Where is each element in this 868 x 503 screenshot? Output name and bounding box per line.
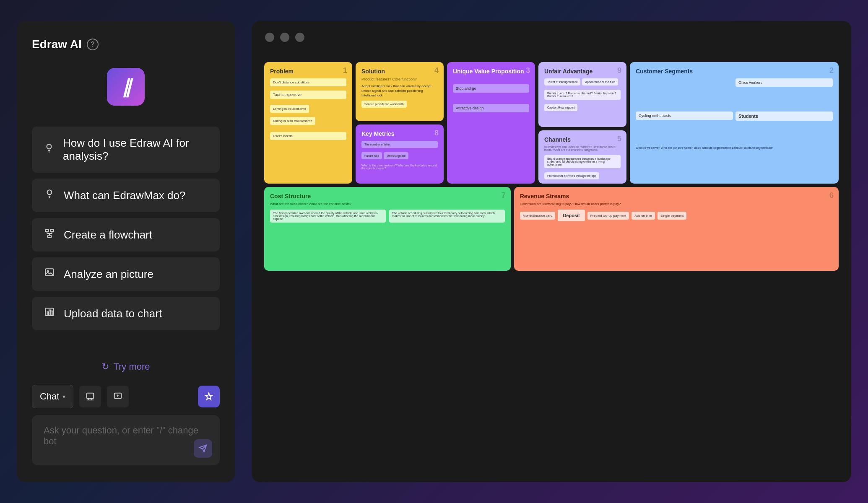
- revenue-subtitle: How much are users willing to pay? How w…: [520, 202, 833, 206]
- problem-title: Problem: [270, 68, 346, 75]
- svg-rect-4: [48, 235, 52, 237]
- metrics-text: What is the core business? What are the …: [361, 164, 438, 170]
- right-panel-header: [252, 21, 851, 54]
- solution-card: Solution 4 Product features? Core functi…: [356, 62, 444, 121]
- unfair-stickies: Talent of intelligent lock Appearance of…: [544, 77, 621, 87]
- revenue-sticky-4: Ads on bike: [632, 212, 655, 220]
- lightbulb-icon: [44, 143, 55, 156]
- svg-point-1: [47, 190, 52, 194]
- svg-point-10: [47, 271, 49, 272]
- app-title: Edraw AI: [32, 38, 82, 51]
- channels-sticky-1: Bright orange appearance becomes a lands…: [544, 155, 621, 168]
- canvas-area[interactable]: Problem 1 Don't distance substitute Taxi…: [252, 54, 851, 482]
- menu-item-edrawmax[interactable]: What can EdrawMax do?: [32, 179, 220, 212]
- metrics-stickies: The number of bike Failure rate Unlockin…: [361, 140, 438, 170]
- metrics-sticky-1: The number of bike: [361, 141, 438, 148]
- chat-select[interactable]: Chat ▾: [32, 385, 73, 408]
- try-more-label: Try more: [113, 361, 150, 372]
- chat-input-placeholder: Ask your question, or enter "/" change b…: [44, 425, 198, 446]
- left-panel: Edraw AI ? ‖ How do I use Edraw AI for a…: [17, 21, 235, 482]
- cost-sticky-2: The vehicle scheduling is assigned to a …: [389, 210, 505, 223]
- segments-sticky-3: Students: [735, 111, 833, 121]
- cost-sticky-1: The first generation over-considered the…: [270, 210, 386, 223]
- panel-header: Edraw AI ?: [32, 38, 220, 51]
- channels-sticky-2: Promotional activities through the app: [544, 172, 599, 179]
- uvp-sticky-1: Stop and go: [453, 84, 529, 93]
- svg-rect-2: [45, 229, 49, 231]
- cost-stickies: The first generation over-considered the…: [270, 208, 505, 224]
- metrics-title: Key Metrics: [361, 130, 438, 137]
- refresh-icon: ↻: [101, 361, 109, 372]
- svg-rect-13: [47, 312, 49, 316]
- ai-action-btn[interactable]: [198, 386, 220, 407]
- metrics-card: Key Metrics 8 The number of bike Failure…: [356, 124, 444, 184]
- channels-title: Channels: [544, 136, 621, 143]
- menu-item-upload[interactable]: Upload data to chart: [32, 297, 220, 330]
- unfair-number: 9: [617, 66, 621, 75]
- sticky-5: User's needs: [270, 132, 346, 140]
- menu-item-analyze[interactable]: Analyze an picture: [32, 257, 220, 291]
- solution-title: Solution: [361, 68, 438, 75]
- svg-rect-15: [51, 311, 52, 316]
- send-button[interactable]: [194, 439, 212, 458]
- uvp-card: Unique Value Proposition 3 Stop and go A…: [447, 62, 535, 184]
- add-icon-btn[interactable]: [107, 386, 129, 407]
- edit-icon-btn[interactable]: [79, 386, 101, 407]
- sticky-4: Riding is also troublesome: [270, 117, 315, 125]
- svg-rect-14: [49, 310, 50, 316]
- menu-item-analysis[interactable]: How do I use Edraw AI for analysis?: [32, 127, 220, 173]
- solution-sticky: Service provide we works with: [361, 101, 407, 108]
- segments-card: Customer Segments 2 Office workers Cycli…: [630, 62, 839, 184]
- unfair-sticky-1: Talent of intelligent lock: [544, 78, 580, 86]
- svg-point-0: [47, 144, 52, 149]
- solution-text: Adopt intelligent lock that can wireless…: [361, 84, 438, 98]
- flowchart-icon: [44, 228, 55, 241]
- uvp-title: Unique Value Proposition: [453, 68, 529, 75]
- chat-select-label: Chat: [40, 391, 59, 402]
- cost-subtitle: What are the fixed costs? What are the v…: [270, 202, 505, 206]
- menu-item-upload-label: Upload data to chart: [64, 307, 162, 320]
- problem-card: Problem 1 Don't distance substitute Taxi…: [264, 62, 352, 184]
- traffic-light-2: [280, 33, 289, 42]
- menu-item-analysis-label: How do I use Edraw AI for analysis?: [63, 137, 208, 163]
- unfair-stickies-2: Barrier to cost? Barrier to channel? Bar…: [544, 88, 621, 112]
- svg-rect-3: [50, 229, 54, 231]
- uvp-stickies: Stop and go Attractive design: [453, 83, 529, 114]
- cost-title: Cost Structure: [270, 193, 505, 200]
- sticky-2: Taxi is expensive: [270, 91, 346, 99]
- uvp-sticky-2: Attractive design: [453, 104, 529, 112]
- revenue-sticky-5: Single payment: [657, 212, 686, 220]
- cost-number: 7: [502, 191, 506, 200]
- canvas-row-2: Cost Structure 7 What are the fixed cost…: [264, 187, 839, 271]
- help-icon[interactable]: ?: [87, 39, 99, 50]
- traffic-light-1: [265, 33, 274, 42]
- uvp-number: 3: [526, 66, 530, 75]
- segments-sticky-1: Office workers: [735, 78, 833, 87]
- menu-item-flowchart[interactable]: Create a flowchart: [32, 218, 220, 252]
- sticky-3: Driving is troublesome: [270, 105, 309, 113]
- ai-logo: ‖: [107, 68, 145, 106]
- ai-logo-symbol: ‖: [122, 76, 130, 98]
- unfair-sticky-2: Appearance of the bike: [582, 78, 618, 86]
- cost-card: Cost Structure 7 What are the fixed cost…: [264, 187, 511, 271]
- menu-item-edrawmax-label: What can EdrawMax do?: [64, 189, 185, 202]
- metrics-number: 8: [434, 129, 439, 137]
- unfair-sticky-4: Caption/Row support: [544, 104, 577, 111]
- lightbulb-icon-2: [44, 189, 55, 202]
- traffic-light-3: [295, 33, 304, 42]
- solution-number: 4: [434, 66, 439, 75]
- try-more-button[interactable]: ↻ Try more: [32, 361, 220, 372]
- problem-stickies: Don't distance substitute Taxi is expens…: [270, 77, 346, 141]
- picture-icon: [44, 267, 55, 281]
- menu-item-analyze-label: Analyze an picture: [64, 268, 153, 281]
- revenue-title: Revenue Streams: [520, 193, 833, 200]
- channels-stickies: Bright orange appearance becomes a lands…: [544, 154, 621, 184]
- solution-metrics-stack: Solution 4 Product features? Core functi…: [356, 62, 444, 184]
- solution-subtitle: Product features? Core function?: [361, 77, 438, 81]
- metrics-sticky-3: Unlocking rate: [384, 152, 408, 159]
- menu-item-flowchart-label: Create a flowchart: [64, 228, 152, 241]
- chat-input-area[interactable]: Ask your question, or enter "/" change b…: [32, 415, 220, 465]
- problem-number: 1: [343, 66, 347, 75]
- channels-subtitle: In what ways can users be reached? How d…: [544, 145, 621, 151]
- canvas-row-1: Problem 1 Don't distance substitute Taxi…: [264, 62, 839, 184]
